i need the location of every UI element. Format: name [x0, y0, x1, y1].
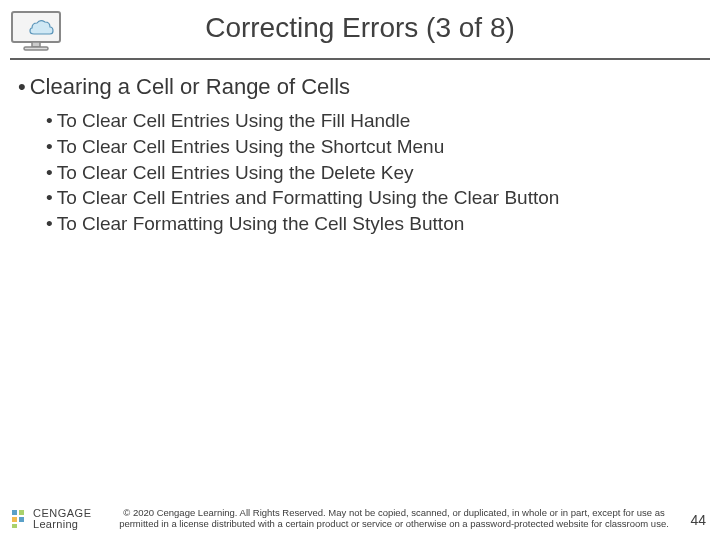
svg-rect-3 [12, 510, 17, 515]
list-item: •To Clear Cell Entries Using the Shortcu… [46, 134, 702, 160]
content-area: •Clearing a Cell or Range of Cells •To C… [0, 60, 720, 237]
slide-title: Correcting Errors (3 of 8) [62, 12, 658, 44]
list-item: •To Clear Cell Entries and Formatting Us… [46, 185, 702, 211]
heading-level1: •Clearing a Cell or Range of Cells [18, 74, 702, 100]
svg-rect-2 [24, 47, 48, 50]
svg-rect-7 [12, 524, 17, 528]
monitor-cloud-icon [10, 10, 62, 54]
heading-text: Clearing a Cell or Range of Cells [30, 74, 350, 99]
copyright-text: © 2020 Cengage Learning. All Rights Rese… [98, 508, 691, 530]
cengage-logo: CENGAGE Learning [10, 508, 92, 530]
list-item: •To Clear Cell Entries Using the Delete … [46, 160, 702, 186]
list-item: •To Clear Formatting Using the Cell Styl… [46, 211, 702, 237]
svg-rect-6 [19, 517, 24, 522]
svg-rect-4 [19, 510, 24, 515]
list-item: •To Clear Cell Entries Using the Fill Ha… [46, 108, 702, 134]
page-number: 44 [690, 512, 706, 530]
logo-brand-bottom: Learning [33, 519, 92, 530]
svg-rect-5 [12, 517, 17, 522]
